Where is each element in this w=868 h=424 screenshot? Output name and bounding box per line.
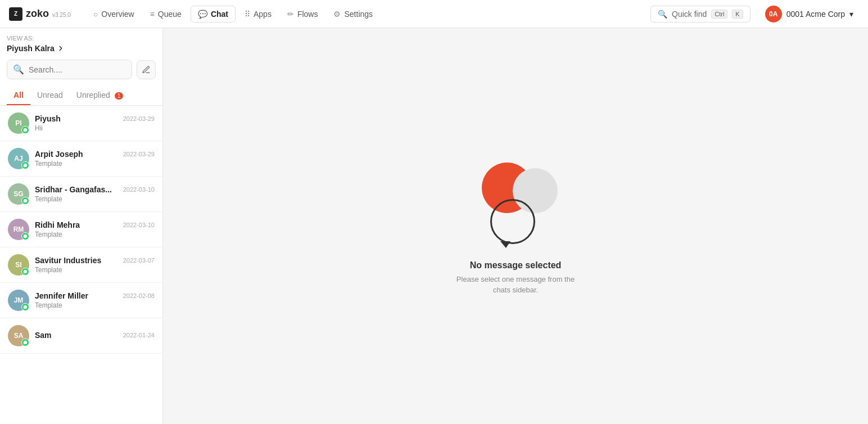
chat-info: Arpit Joseph 2022-03-29 Template — [35, 150, 155, 168]
search-icon: 🔍 — [658, 10, 667, 19]
whatsapp-badge — [21, 339, 29, 346]
unreplied-badge: 1 — [115, 92, 124, 100]
chat-info: Sam 2022-01-24 — [35, 331, 155, 341]
avatar: SG — [8, 183, 29, 205]
whatsapp-badge — [21, 303, 29, 311]
search-icon: 🔍 — [13, 64, 24, 75]
chat-item[interactable]: RM Ridhi Mehra 2022-03-10 Template — [0, 212, 162, 247]
empty-state: No message selected Please select one me… — [456, 157, 575, 296]
account-avatar: 0A — [765, 6, 782, 22]
quick-find-button[interactable]: 🔍 Quick find Ctrl K — [650, 6, 751, 22]
whatsapp-badge — [21, 268, 29, 276]
compose-icon — [142, 65, 151, 74]
nav-settings[interactable]: ⚙ Settings — [327, 6, 379, 22]
overview-icon: ○ — [93, 10, 98, 19]
logo-version: v3.25.0 — [52, 12, 71, 18]
chat-tabs: All Unread Unreplied 1 — [0, 86, 162, 106]
tab-all[interactable]: All — [7, 86, 30, 105]
settings-icon: ⚙ — [333, 10, 341, 19]
chat-item[interactable]: SI Savitur Industries 2022-03-07 Templat… — [0, 247, 162, 283]
chat-item[interactable]: PI Piyush 2022-03-29 Hii — [0, 106, 162, 141]
whatsapp-badge — [21, 197, 29, 205]
bubble-outline — [490, 199, 535, 244]
chat-item[interactable]: SG Sridhar - Gangafas... 2022-03-10 Temp… — [0, 177, 162, 212]
topnav: Z zoko v3.25.0 ○ Overview ≡ Queue 💬 Chat… — [0, 0, 868, 28]
search-input[interactable] — [29, 65, 126, 74]
nav-chat[interactable]: 💬 Chat — [191, 6, 236, 22]
search-bar[interactable]: 🔍 — [7, 60, 132, 79]
logo-text: zoko — [26, 8, 49, 20]
logo-icon: Z — [9, 7, 22, 21]
main-content: No message selected Please select one me… — [163, 28, 868, 424]
chat-illustration — [471, 157, 560, 247]
sidebar-top: VIEW AS: Piyush Kalra 🔍 — [0, 28, 162, 86]
chat-item[interactable]: SA Sam 2022-01-24 — [0, 318, 162, 354]
flows-icon: ✏ — [287, 10, 294, 19]
view-as-label: VIEW AS: — [7, 35, 156, 42]
empty-state-subtitle: Please select one message from thechats … — [456, 274, 575, 296]
chat-info: Savitur Industries 2022-03-07 Template — [35, 256, 155, 274]
nav-flows[interactable]: ✏ Flows — [281, 6, 325, 22]
nav-apps[interactable]: ⠿ Apps — [238, 6, 278, 22]
chat-info: Piyush 2022-03-29 Hii — [35, 114, 155, 132]
chat-item[interactable]: JM Jennifer Miller 2022-02-08 Template — [0, 283, 162, 318]
chat-icon: 💬 — [198, 10, 207, 19]
chat-sidebar: VIEW AS: Piyush Kalra 🔍 All Unrea — [0, 28, 163, 424]
nav-queue[interactable]: ≡ Queue — [143, 6, 188, 22]
tab-unreplied[interactable]: Unreplied 1 — [70, 86, 130, 105]
avatar: PI — [8, 112, 29, 134]
chevron-right-icon — [57, 44, 65, 52]
whatsapp-badge — [21, 161, 29, 169]
logo: Z zoko v3.25.0 — [9, 7, 71, 21]
whatsapp-badge — [21, 126, 29, 134]
search-row: 🔍 — [7, 60, 156, 79]
chat-list: PI Piyush 2022-03-29 Hii AJ — [0, 106, 162, 424]
compose-button[interactable] — [137, 60, 156, 79]
nav-overview[interactable]: ○ Overview — [87, 6, 141, 22]
view-as-name[interactable]: Piyush Kalra — [7, 44, 156, 53]
chat-info: Ridhi Mehra 2022-03-10 Template — [35, 220, 155, 238]
empty-state-title: No message selected — [456, 260, 575, 270]
avatar: SI — [8, 254, 29, 276]
apps-icon: ⠿ — [245, 10, 250, 19]
tab-unread[interactable]: Unread — [30, 86, 70, 105]
whatsapp-badge — [21, 232, 29, 240]
chat-info: Sridhar - Gangafas... 2022-03-10 Templat… — [35, 185, 155, 203]
avatar: SA — [8, 325, 29, 346]
queue-icon: ≡ — [150, 10, 155, 19]
main-layout: VIEW AS: Piyush Kalra 🔍 All Unrea — [0, 28, 868, 424]
avatar: AJ — [8, 148, 29, 169]
account-button[interactable]: 0A 0001 Acme Corp ▾ — [760, 3, 859, 25]
chevron-down-icon: ▾ — [849, 10, 853, 19]
avatar: RM — [8, 219, 29, 240]
chat-info: Jennifer Miller 2022-02-08 Template — [35, 291, 155, 309]
avatar: JM — [8, 290, 29, 311]
chat-item[interactable]: AJ Arpit Joseph 2022-03-29 Template — [0, 141, 162, 177]
